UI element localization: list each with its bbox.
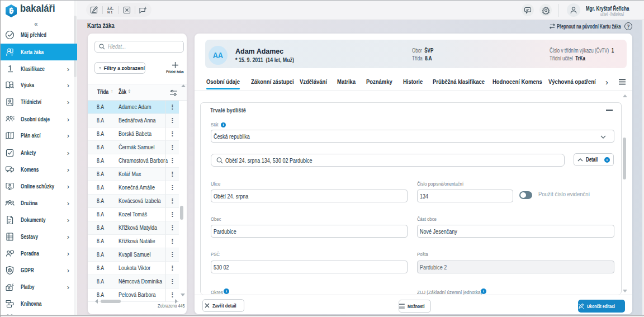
- svg-text:N 1: N 1: [107, 11, 113, 14]
- svg-text:1 2: 1 2: [107, 6, 112, 10]
